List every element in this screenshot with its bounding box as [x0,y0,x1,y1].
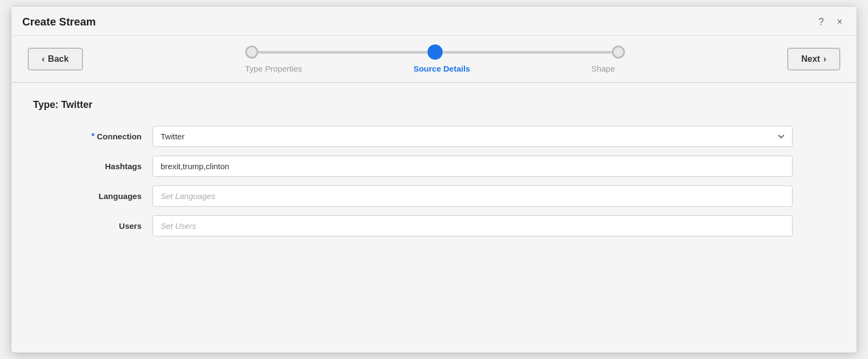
back-button[interactable]: ‹ Back [28,48,83,70]
back-arrow-icon: ‹ [42,54,44,64]
form-section: * Connection Twitter Hashtags [33,126,793,236]
connection-row: * Connection Twitter [33,126,793,147]
step-line-2 [443,51,612,54]
next-button[interactable]: Next › [787,48,840,70]
step-circle-2 [427,44,443,60]
step-line-1 [258,51,427,54]
languages-label-col: Languages [33,191,152,201]
stepper: Type Properties Source Details Shape [83,44,787,73]
title-bar: Create Stream ? × [11,7,857,36]
connection-required-star: * [91,132,94,142]
users-label-col: Users [33,221,152,230]
hashtags-input-col [152,156,793,177]
type-header: Type: Twitter [33,99,835,111]
languages-input-col [152,185,793,207]
title-bar-icons: ? × [815,15,846,29]
connection-label-col: * Connection [33,132,152,142]
stepper-labels: Type Properties Source Details Shape [245,64,625,73]
nav-bar: ‹ Back Type Properties Source Details Sh… [11,36,857,83]
content-area: Type: Twitter * Connection Twitter Hasht… [11,83,857,352]
languages-label: Languages [99,191,142,201]
step-circle-1 [245,46,258,59]
next-label: Next [801,54,820,64]
hashtags-row: Hashtags [33,156,793,177]
hashtags-label: Hashtags [105,162,142,171]
step-label-2: Source Details [413,64,470,73]
connection-label: Connection [97,132,142,141]
stepper-track [245,44,625,60]
connection-input-col: Twitter [152,126,793,147]
connection-select[interactable]: Twitter [152,126,793,147]
close-button[interactable]: × [833,15,846,29]
next-arrow-icon: › [824,54,826,64]
create-stream-dialog: Create Stream ? × ‹ Back Type Properties… [11,6,857,353]
hashtags-label-col: Hashtags [33,162,152,171]
dialog-title: Create Stream [22,16,96,28]
step-label-1: Type Properties [245,64,302,73]
languages-row: Languages [33,185,793,207]
hashtags-input[interactable] [152,156,793,177]
back-label: Back [48,54,68,64]
languages-input[interactable] [152,185,793,207]
help-button[interactable]: ? [815,15,827,29]
step-label-3: Shape [582,64,625,73]
step-circle-3 [612,46,625,59]
users-label: Users [119,221,142,230]
users-input-col [152,215,793,236]
users-row: Users [33,215,793,236]
users-input[interactable] [152,215,793,236]
